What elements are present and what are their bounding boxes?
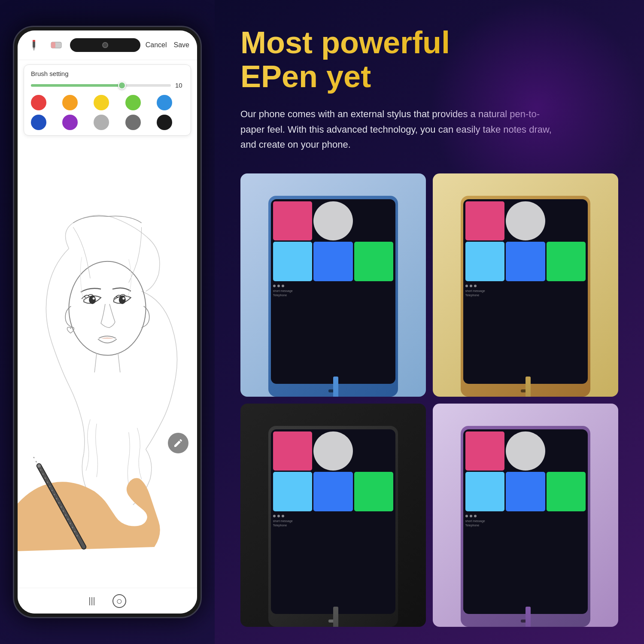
headline: Most powerful EPen yet (240, 26, 618, 94)
right-panel: Most powerful EPen yet Our phone comes w… (215, 0, 644, 644)
color-grid (31, 95, 184, 130)
color-blue[interactable] (157, 95, 172, 110)
brush-value: 10 (175, 82, 184, 89)
pm-screen-purple: short message Telephone (463, 429, 588, 614)
color-black[interactable] (157, 115, 172, 130)
drawing-area[interactable] (18, 140, 197, 588)
pen-icon (173, 438, 183, 448)
brush-panel: Brush setting 10 (24, 64, 191, 136)
left-panel: Cancel Save Brush setting 10 (0, 0, 215, 644)
color-red[interactable] (31, 95, 46, 110)
phones-grid: short message Telephone (240, 173, 618, 627)
eraser-icon (50, 40, 62, 50)
hand-svg (18, 386, 197, 588)
pm-screen-gold: short message Telephone (463, 199, 588, 384)
floating-pen-button[interactable] (168, 433, 188, 453)
phone-mockup-gold: short message Telephone (433, 173, 618, 397)
color-green[interactable] (125, 95, 141, 110)
pm-body-blue: short message Telephone (268, 196, 398, 397)
save-button[interactable]: Save (174, 41, 189, 49)
color-yellow[interactable] (94, 95, 109, 110)
camera-dot (102, 42, 108, 48)
brush-slider-track[interactable] (31, 84, 171, 87)
pm-body-purple: short message Telephone (461, 426, 590, 627)
phone-bottom-bar: ||| ○ (18, 588, 197, 614)
eraser-tool-button[interactable] (48, 36, 65, 54)
phone-cell-gold: short message Telephone (433, 173, 618, 397)
svg-point-9 (119, 295, 126, 304)
color-orange[interactable] (62, 95, 78, 110)
phone-actions: Cancel Save (146, 41, 189, 49)
recents-button[interactable]: ||| (88, 596, 95, 606)
cancel-button[interactable]: Cancel (146, 41, 167, 49)
color-purple[interactable] (62, 115, 78, 130)
camera-pill (70, 38, 140, 52)
svg-marker-1 (33, 48, 35, 51)
hand-drawing-area (18, 386, 197, 588)
pencil-tool-button[interactable] (25, 36, 43, 54)
phone-mockup-blue: short message Telephone (240, 173, 426, 397)
phone-mockup-purple: short message Telephone (433, 404, 618, 627)
pm-stylus-gold (526, 377, 531, 397)
phone-mockup-dark: short message Telephone (240, 404, 426, 627)
brush-label: Brush setting (31, 70, 184, 77)
pm-stylus-blue (333, 377, 338, 397)
slider-thumb[interactable] (118, 82, 126, 89)
slider-fill (31, 84, 122, 87)
phone-cell-dark: short message Telephone (240, 404, 426, 627)
pm-body-gold: short message Telephone (461, 196, 590, 397)
description-text: Our phone comes with an external stylus … (240, 106, 562, 152)
phone-frame: Cancel Save Brush setting 10 (13, 26, 202, 618)
phone-toolbar: Cancel Save (18, 30, 197, 60)
color-dark-blue[interactable] (31, 115, 46, 130)
phone-cell-purple: short message Telephone (433, 404, 618, 627)
pm-body-dark: short message Telephone (268, 426, 398, 627)
svg-point-7 (89, 295, 96, 304)
color-light-gray[interactable] (94, 115, 109, 130)
svg-point-10 (122, 298, 125, 300)
svg-rect-2 (33, 40, 35, 42)
phone-cell-blue: short message Telephone (240, 173, 426, 397)
svg-point-8 (93, 298, 95, 300)
phone-side-button (200, 104, 202, 130)
pm-screen-dark: short message Telephone (271, 429, 395, 614)
pencil-icon (28, 39, 40, 51)
svg-point-13 (37, 464, 41, 468)
pm-stylus-dark (333, 607, 338, 627)
brush-slider-row: 10 (31, 82, 184, 89)
color-dark-gray[interactable] (125, 115, 141, 130)
pm-screen-blue: short message Telephone (271, 199, 395, 384)
pm-stylus-purple (526, 607, 531, 627)
home-button[interactable]: ○ (112, 594, 126, 608)
svg-rect-4 (51, 42, 55, 48)
phone-screen: Cancel Save Brush setting 10 (18, 30, 197, 614)
